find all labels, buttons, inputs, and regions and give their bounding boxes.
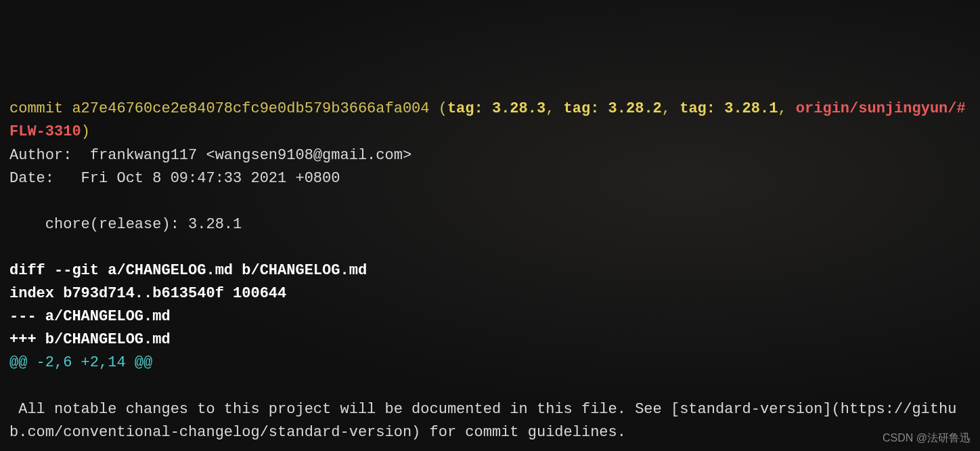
- date-line: Date: Fri Oct 8 09:47:33 2021 +0800: [9, 170, 340, 187]
- watermark: CSDN @法研鲁迅: [883, 430, 971, 447]
- diff-hunk: @@ -2,6 +2,14 @@: [9, 354, 152, 371]
- diff-old-file: --- a/CHANGELOG.md: [9, 308, 171, 325]
- commit-label: commit: [9, 100, 63, 117]
- tag-label-2: tag:: [564, 100, 608, 117]
- diff-new-file: +++ b/CHANGELOG.md: [9, 331, 171, 348]
- commit-message: chore(release): 3.28.1: [9, 216, 242, 233]
- tag-label-1: tag:: [447, 100, 492, 117]
- commit-hash: [63, 100, 72, 117]
- author-line: Author: frankwang117 <wangsen9108@gmail.…: [9, 147, 411, 164]
- diff-index: index b793d714..b613540f 100644: [9, 285, 286, 302]
- context-line: All notable changes to this project will…: [9, 401, 956, 441]
- tag-1: 3.28.3: [492, 100, 545, 117]
- diff-header: diff --git a/CHANGELOG.md b/CHANGELOG.md: [9, 262, 367, 279]
- tag-2: 3.28.2: [608, 100, 662, 117]
- tag-label-3: tag:: [680, 100, 724, 117]
- tag-3: 3.28.1: [724, 100, 778, 117]
- terminal-output: commit a27e46760ce2e84078cfc9e0db579b366…: [9, 98, 971, 451]
